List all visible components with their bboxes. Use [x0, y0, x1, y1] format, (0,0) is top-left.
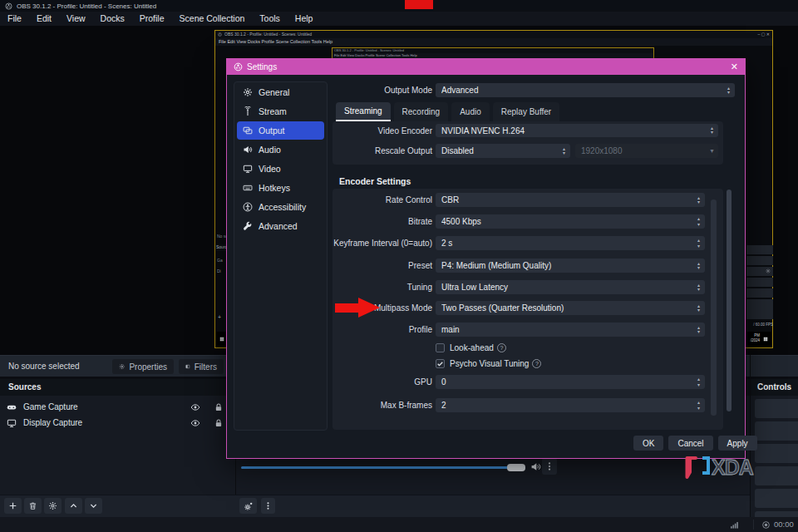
spinner[interactable]: ▴▾ [692, 259, 705, 273]
tab-streaming[interactable]: Streaming [336, 102, 391, 121]
checkbox-checked[interactable] [436, 359, 445, 368]
menu-tools[interactable]: Tools [252, 12, 288, 26]
sidebar-item-stream[interactable]: Stream [237, 102, 324, 121]
controls-button[interactable] [755, 489, 798, 508]
menu-profile[interactable]: Profile [132, 12, 172, 26]
volume-slider[interactable] [241, 466, 525, 469]
rescale-resolution-value: 1920x1080 [581, 146, 706, 155]
speaker-icon[interactable] [530, 461, 541, 472]
inner-scrollbar[interactable] [711, 200, 717, 416]
keyframe-interval-label: Keyframe Interval (0=auto) [307, 236, 432, 250]
tab-recording[interactable]: Recording [394, 102, 449, 121]
look-ahead-label: Look-ahead [450, 343, 494, 352]
cancel-button[interactable]: Cancel [668, 436, 712, 451]
lock-icon[interactable] [214, 402, 224, 412]
sidebar-item-label: Output [259, 126, 285, 135]
video-encoder-label: Video Encoder [307, 124, 432, 138]
visibility-eye-icon[interactable] [190, 402, 200, 412]
gear-icon [119, 362, 125, 371]
mixer-kebab-button[interactable] [542, 458, 557, 475]
remove-source-button[interactable] [24, 498, 42, 514]
status-bar: 00:00 [0, 517, 798, 532]
mixer-menu-button[interactable] [261, 498, 275, 514]
lock-icon[interactable] [214, 418, 224, 428]
settings-dialog-titlebar[interactable]: Settings ✕ [227, 59, 745, 75]
dialog-scrollbar[interactable] [727, 190, 732, 411]
visibility-eye-icon[interactable] [190, 418, 200, 428]
spinner[interactable]: ▴▾ [692, 398, 705, 412]
checkbox-unchecked[interactable] [436, 343, 445, 352]
controls-button[interactable] [755, 466, 798, 485]
keyboard-icon [243, 183, 253, 193]
spinner[interactable]: ▴▾ [692, 236, 705, 250]
sidebar-item-label: Hotkeys [259, 183, 290, 193]
nested-title: OBS 30.1.2 - Profile: Untitled - Scenes:… [224, 31, 312, 38]
rate-control-select[interactable]: CBR▴▾ [436, 193, 705, 207]
apply-button[interactable]: Apply [718, 436, 757, 451]
max-b-frames-input[interactable]: 2▴▾ [436, 398, 705, 412]
rescale-resolution-select[interactable]: 1920x1080 ▾ [575, 144, 718, 158]
spinner[interactable]: ▴▾ [558, 144, 570, 158]
spinner[interactable]: ▴▾ [722, 83, 735, 97]
tab-replay-buffer[interactable]: Replay Buffer [493, 102, 559, 121]
sources-toolbar [0, 495, 750, 517]
preset-select[interactable]: P4: Medium (Medium Quality)▴▾ [436, 259, 705, 273]
gpu-input[interactable]: 0▴▾ [436, 375, 705, 389]
source-row-display-capture[interactable]: Display Capture [0, 415, 235, 431]
spinner[interactable]: ▴▾ [692, 323, 705, 337]
xda-bracket-right [702, 458, 708, 473]
spinner[interactable]: ▴▾ [692, 280, 705, 294]
output-mode-label: Output Mode [307, 83, 432, 97]
settings-dialog: Settings ✕ General Stream Output [226, 58, 746, 459]
menu-edit[interactable]: Edit [29, 12, 59, 26]
bitrate-input[interactable]: 4500 Kbps▴▾ [436, 214, 705, 229]
rescale-output-select[interactable]: Disabled ▴▾ [436, 144, 570, 158]
filters-button-label: Filters [195, 362, 217, 372]
menu-view[interactable]: View [59, 12, 93, 26]
properties-button[interactable]: Properties [112, 359, 174, 374]
close-icon[interactable]: ✕ [731, 62, 738, 72]
help-icon[interactable]: ? [532, 359, 541, 368]
menu-docks[interactable]: Docks [93, 12, 132, 26]
annotation-arrow-head [358, 298, 380, 318]
spinner[interactable]: ▴▾ [692, 301, 705, 315]
sidebar-item-label: General [259, 87, 289, 97]
tuning-label: Tuning [307, 280, 432, 294]
spinner[interactable]: ▴▾ [692, 375, 705, 389]
move-source-down-button[interactable] [85, 498, 102, 514]
ok-button[interactable]: OK [633, 436, 663, 451]
spinner[interactable]: ▴▾ [692, 193, 705, 207]
menu-scene-collection[interactable]: Scene Collection [172, 12, 253, 26]
spinner[interactable]: ▴▾ [706, 124, 718, 137]
nested-mini-panel-row [746, 288, 773, 298]
source-properties-button[interactable] [44, 498, 62, 514]
tab-audio[interactable]: Audio [451, 102, 490, 121]
controls-button[interactable] [755, 399, 798, 418]
video-encoder-select[interactable]: NVIDIA NVENC H.264 ▴▾ [436, 124, 718, 137]
psycho-visual-tuning-checkbox-row[interactable]: Psycho Visual Tuning ? [436, 357, 541, 369]
advanced-audio-button[interactable] [239, 498, 257, 514]
profile-select[interactable]: main▴▾ [436, 323, 705, 337]
source-name: Game Capture [23, 402, 78, 411]
menu-help[interactable]: Help [288, 12, 321, 26]
move-source-up-button[interactable] [65, 498, 82, 514]
keyframe-interval-input[interactable]: 2 s▴▾ [436, 236, 705, 250]
tuning-select[interactable]: Ultra Low Latency▴▾ [436, 280, 705, 294]
help-icon[interactable]: ? [497, 343, 506, 352]
add-source-button[interactable] [4, 498, 22, 514]
sidebar-item-video[interactable]: Video [237, 160, 324, 178]
check-icon [436, 360, 444, 367]
menu-file[interactable]: File [0, 12, 29, 26]
profile-label: Profile [307, 323, 432, 337]
output-mode-select[interactable]: Advanced ▴▾ [436, 83, 735, 97]
record-time: 00:00 [774, 520, 794, 529]
multipass-mode-select[interactable]: Two Passes (Quarter Resolution)▴▾ [436, 301, 705, 315]
look-ahead-checkbox-row[interactable]: Look-ahead ? [436, 342, 506, 353]
controls-button[interactable] [755, 444, 798, 463]
source-row-game-capture[interactable]: Game Capture [0, 399, 235, 415]
filters-button[interactable]: Filters [179, 359, 224, 374]
controls-button[interactable] [755, 421, 798, 441]
volume-slider-handle[interactable] [507, 464, 525, 471]
spinner[interactable]: ▴▾ [692, 214, 705, 229]
gear-icon [48, 501, 57, 510]
